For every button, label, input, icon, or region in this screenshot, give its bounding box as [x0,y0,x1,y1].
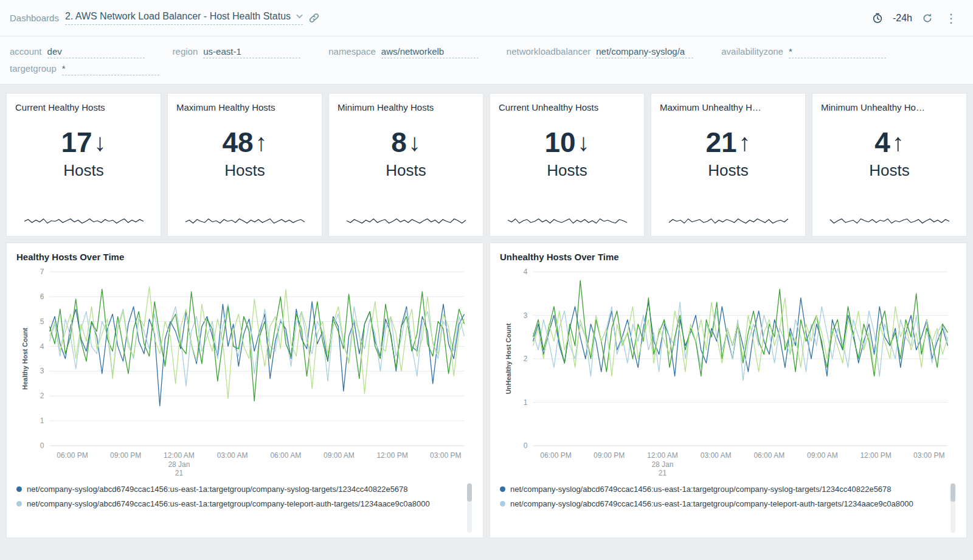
scrollbar-thumb[interactable] [950,483,955,502]
refresh-icon[interactable] [922,13,933,24]
stat-unit: Hosts [63,161,103,180]
stat-number: 10 [544,126,575,159]
stat-panel[interactable]: Current Unhealthy Hosts10↓Hosts [490,93,645,237]
stat-unit: Hosts [708,161,748,180]
chart-title: Healthy Hosts Over Time [16,252,473,262]
stat-unit: Hosts [547,161,587,180]
legend-dot-icon [500,486,505,492]
svg-text:5: 5 [40,317,44,326]
stat-panel[interactable]: Maximum Unhealthy H…21↑Hosts [651,93,806,237]
stat-value: 21↑ [705,126,750,159]
filter-value-input[interactable]: * [789,46,886,58]
charts-row: Healthy Hosts Over Time0123456706:00 PM0… [6,243,967,538]
top-bar-left: Dashboards 2. AWS Network Load Balancer … [10,11,319,25]
svg-text:3: 3 [524,311,528,320]
stat-value: 8↓ [391,126,421,159]
svg-text:4: 4 [40,342,44,351]
sparkline [829,216,950,226]
line-chart: 0123406:00 PM09:00 PM12:00 AM28 Jan2103:… [500,266,957,480]
legend-item[interactable]: net/company-syslog/abcd6749ccac1456:us-e… [500,483,944,496]
trend-up-arrow-icon: ↑ [739,129,751,156]
chart-panel: Unhealthy Hosts Over Time0123406:00 PM09… [490,243,967,538]
filter-networkloadbalancer: networkloadbalancernet/company-syslog/a [507,46,693,58]
link-icon[interactable] [309,13,319,23]
filter-label: namespace [328,46,376,57]
sparkline [23,216,145,226]
filter-namespace: namespaceaws/networkelb [328,46,479,58]
svg-text:03:00 PM: 03:00 PM [430,451,461,460]
sparkline [507,216,628,226]
filter-value-input[interactable]: us-east-1 [203,46,300,58]
legend-item[interactable]: net/company-syslog/abcd6749ccac1456:us-e… [16,498,461,510]
svg-text:09:00 PM: 09:00 PM [110,451,141,460]
legend-item[interactable]: net/company-syslog/abcd6749ccac1456:us-e… [16,483,461,496]
trend-down-arrow-icon: ↓ [94,129,106,156]
top-bar: Dashboards 2. AWS Network Load Balancer … [0,0,973,36]
stat-panel-row: Current Healthy Hosts17↓HostsMaximum Hea… [6,93,967,237]
filter-row-1: accountdevregionus-east-1namespaceaws/ne… [10,46,963,58]
filter-value-input[interactable]: * [62,63,159,75]
filter-value-input[interactable]: net/company-syslog/a [596,46,693,58]
legend-dot-icon [16,486,22,492]
svg-text:12:00 PM: 12:00 PM [860,451,891,460]
stat-value: 17↓ [61,126,106,159]
svg-text:12:00 AM: 12:00 AM [647,451,678,460]
page-title: 2. AWS Network Load Balancer - Host Heal… [65,11,291,22]
breadcrumb[interactable]: Dashboards [10,13,59,23]
svg-text:06:00 AM: 06:00 AM [753,451,784,460]
svg-text:0: 0 [524,441,528,450]
stat-panel[interactable]: Minimum Healthy Hosts8↓Hosts [328,93,483,237]
stat-panel-title: Current Healthy Hosts [15,102,105,112]
stat-unit: Hosts [869,161,909,180]
filter-label: availabilityzone [721,46,783,57]
stat-number: 4 [874,126,890,159]
stat-value: 48↑ [222,126,267,159]
svg-text:09:00 AM: 09:00 AM [324,451,355,460]
stat-panel[interactable]: Maximum Healthy Hosts48↑Hosts [167,93,322,237]
filter-value-input[interactable]: dev [47,46,145,58]
clock-icon[interactable] [872,13,883,24]
svg-text:6: 6 [40,292,44,301]
sparkline [345,216,467,226]
stat-unit: Hosts [224,161,265,180]
stat-panel-title: Current Unhealthy Hosts [499,102,598,112]
chevron-down-icon [296,14,303,19]
svg-text:06:00 AM: 06:00 AM [270,451,301,460]
svg-text:12:00 AM: 12:00 AM [164,451,195,460]
stat-panel[interactable]: Current Healthy Hosts17↓Hosts [6,93,161,237]
filter-label: region [173,46,198,57]
legend-scrollbar[interactable] [467,483,472,533]
svg-text:09:00 AM: 09:00 AM [807,451,838,460]
stat-number: 48 [222,126,253,159]
line-chart: 0123456706:00 PM09:00 PM12:00 AM28 Jan21… [16,266,473,480]
filter-value-input[interactable]: aws/networkelb [381,46,479,58]
scrollbar-thumb[interactable] [467,483,472,502]
series-line [533,280,948,376]
filter-account: accountdev [10,46,145,58]
chart-title: Unhealthy Hosts Over Time [500,252,957,262]
series-line [533,298,948,376]
stat-value: 4↑ [874,126,904,159]
svg-text:03:00 PM: 03:00 PM [913,451,944,460]
filter-availabilityzone: availabilityzone* [721,46,886,58]
stat-panel[interactable]: Minimum Unhealthy Ho…4↑Hosts [812,93,967,237]
svg-text:21: 21 [659,469,667,477]
chart-legend: net/company-syslog/abcd6749ccac1456:us-e… [16,481,473,538]
stat-panel-title: Maximum Healthy Hosts [176,102,275,112]
kebab-menu-icon[interactable]: ⋮ [943,12,960,24]
dashboard-title-select[interactable]: 2. AWS Network Load Balancer - Host Heal… [65,11,303,25]
legend-label: net/company-syslog/abcd6749ccac1456:us-e… [27,483,408,496]
time-range-label[interactable]: -24h [893,13,912,24]
legend-label: net/company-syslog/abcd6749ccac1456:us-e… [510,483,892,496]
chart-panel: Healthy Hosts Over Time0123456706:00 PM0… [6,243,483,538]
svg-text:0: 0 [40,441,44,450]
legend-scrollbar[interactable] [950,483,955,533]
legend-item[interactable]: net/company-syslog/abcd6749ccac1456:us-e… [500,498,944,510]
stat-number: 17 [61,126,92,159]
filter-label: networkloadbalancer [507,46,590,57]
stat-number: 8 [391,126,407,159]
svg-text:21: 21 [175,469,184,477]
legend-label: net/company-syslog/abcd6749ccac1456:us-e… [510,498,913,510]
stat-number: 21 [705,126,736,159]
legend-dot-icon [500,501,505,506]
